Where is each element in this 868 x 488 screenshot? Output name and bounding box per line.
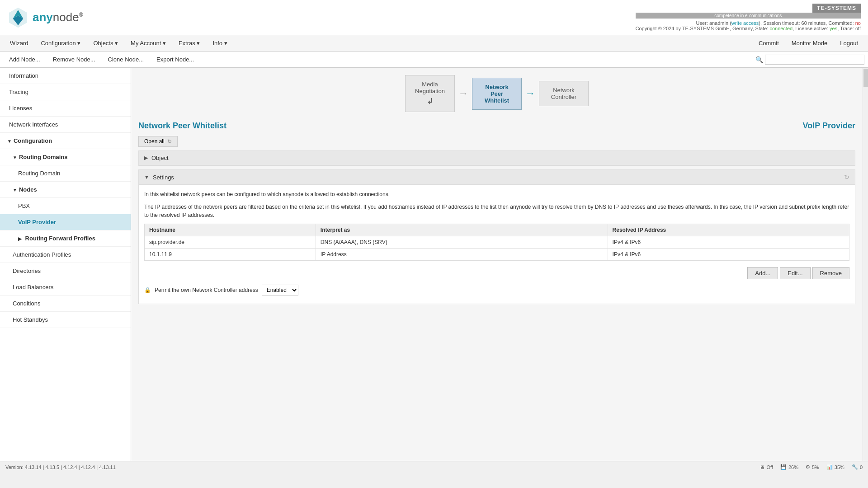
hostname-1: sip.provider.de [145, 236, 316, 249]
logo: anynode® [7, 7, 83, 28]
stat-cpu: ⚙ 5% [806, 464, 819, 470]
navbar: Wizard Configuration ▾ Objects ▾ My Acco… [0, 35, 868, 52]
toolbar: Add Node... Remove Node... Clone Node...… [0, 52, 868, 68]
session-info: User: anadmin (write access), Session ti… [636, 20, 861, 26]
resolved-1: IPv4 & IPv6 [608, 236, 849, 249]
section-title-row: Network Peer Whitelist VoIP Provider [138, 121, 855, 131]
routing-domains-arrow: ▼ [13, 155, 17, 160]
arrow-1: → [455, 88, 472, 99]
scroll-thumb[interactable] [863, 69, 868, 87]
settings-panel-arrow: ▼ [144, 174, 149, 180]
col-interpret: Interpret as [316, 224, 608, 236]
sidebar-item-licenses[interactable]: Licenses [0, 100, 131, 117]
sidebar: Information Tracing Licenses Network Int… [0, 68, 131, 461]
settings-panel-title: Settings [153, 174, 174, 181]
footer: Version: 4.13.14 | 4.13.5 | 4.12.4 | 4.1… [0, 461, 868, 473]
alerts-icon: 🔧 [852, 464, 858, 470]
settings-panel: ▼ Settings ↻ In this whitelist network p… [138, 169, 855, 304]
sidebar-item-pbx[interactable]: PBX [0, 198, 131, 214]
nav-objects[interactable]: Objects ▾ [87, 35, 124, 51]
sidebar-item-load-balancers[interactable]: Load Balancers [0, 279, 131, 296]
open-all-button[interactable]: Open all ↻ [138, 136, 178, 147]
footer-stats: 🖥 Off 💾 26% ⚙ 5% 📊 35% 🔧 0 [760, 464, 863, 470]
alerts-value: 0 [860, 465, 863, 470]
sidebar-item-authentication-profiles[interactable]: Authentication Profiles [0, 247, 131, 263]
section-provider: VoIP Provider [803, 121, 855, 131]
add-node-button[interactable]: Add Node... [4, 54, 46, 65]
network-icon: 📊 [826, 464, 833, 470]
sidebar-section-routing-forward-profiles[interactable]: ▶ Routing Forward Profiles [0, 230, 131, 247]
settings-desc-2: The IP addresses of the network peers ar… [144, 203, 849, 219]
memory-value: 26% [788, 465, 798, 470]
sidebar-item-hot-standbys[interactable]: Hot Standbys [0, 312, 131, 328]
stat-network: 📊 35% [826, 464, 844, 470]
header-right: TE-SYSTEMS competence in e-communication… [636, 4, 861, 31]
nav-info[interactable]: Info ▾ [206, 35, 233, 51]
hostname-2: 10.1.11.9 [145, 249, 316, 261]
permit-select[interactable]: Enabled Disabled [262, 285, 298, 296]
section-title: Network Peer Whitelist [138, 121, 226, 131]
wizard-step-network-controller[interactable]: NetworkController [539, 81, 589, 106]
col-hostname: Hostname [145, 224, 316, 236]
sidebar-section-nodes[interactable]: ▼Nodes [0, 182, 131, 198]
sidebar-item-voip-provider[interactable]: VoIP Provider [0, 214, 131, 230]
right-scrollbar [863, 68, 868, 461]
header: anynode® TE-SYSTEMS competence in e-comm… [0, 0, 868, 35]
settings-panel-header[interactable]: ▼ Settings ↻ [139, 170, 855, 185]
nav-monitor-mode[interactable]: Monitor Mode [785, 35, 834, 51]
nav-commit[interactable]: Commit [752, 35, 785, 51]
nav-right: Commit Monitor Mode Logout [752, 35, 864, 51]
object-panel-arrow: ▶ [144, 155, 148, 161]
export-node-button[interactable]: Export Node... [151, 54, 199, 65]
permit-row: 🔒 Permit the own Network Controller addr… [144, 282, 849, 298]
sidebar-item-information[interactable]: Information [0, 68, 131, 84]
clone-node-button[interactable]: Clone Node... [103, 54, 150, 65]
stat-display: 🖥 Off [760, 465, 773, 470]
sidebar-item-tracing[interactable]: Tracing [0, 84, 131, 100]
cpu-icon: ⚙ [806, 464, 810, 470]
interpret-2: IP Address [316, 249, 608, 261]
resolved-2: IPv4 & IPv6 [608, 249, 849, 261]
object-panel-header[interactable]: ▶ Object [139, 151, 855, 165]
open-all-row: Open all ↻ [138, 136, 855, 147]
nav-my-account[interactable]: My Account ▾ [124, 35, 172, 51]
network-value: 35% [835, 465, 844, 470]
wizard-step-media-negotiation[interactable]: MediaNegotiation ↲ [405, 75, 455, 112]
wizard-steps: MediaNegotiation ↲ → NetworkPeerWhitelis… [138, 75, 855, 112]
settings-panel-body: In this whitelist network peers can be c… [139, 185, 855, 304]
search-icon: 🔍 [755, 56, 763, 63]
remove-button[interactable]: Remove [812, 267, 849, 279]
col-resolved: Resolved IP Address [608, 224, 849, 236]
search-input[interactable] [765, 55, 864, 65]
arrow-2: → [522, 88, 539, 99]
table-row[interactable]: 10.1.11.9 IP Address IPv4 & IPv6 [145, 249, 849, 261]
interpret-1: DNS (A/AAAA), DNS (SRV) [316, 236, 608, 249]
sidebar-item-network-interfaces[interactable]: Network Interfaces [0, 117, 131, 133]
lock-icon: 🔒 [144, 287, 151, 293]
remove-node-button[interactable]: Remove Node... [47, 54, 101, 65]
sidebar-section-configuration[interactable]: ▼Configuration [0, 133, 131, 149]
object-panel: ▶ Object [138, 150, 855, 166]
edit-button[interactable]: Edit... [780, 267, 810, 279]
nav-logout[interactable]: Logout [834, 35, 864, 51]
refresh-icon: ↻ [167, 138, 172, 145]
stat-memory: 💾 26% [780, 464, 798, 470]
sidebar-item-routing-domain[interactable]: Routing Domain [0, 165, 131, 182]
sidebar-item-directories[interactable]: Directories [0, 263, 131, 279]
nav-extras[interactable]: Extras ▾ [172, 35, 206, 51]
nodes-arrow: ▼ [13, 188, 17, 192]
stat-alerts: 🔧 0 [852, 464, 863, 470]
anynode-logo-icon [7, 7, 29, 28]
add-button[interactable]: Add... [747, 267, 778, 279]
main: Information Tracing Licenses Network Int… [0, 68, 868, 461]
settings-desc-1: In this whitelist network peers can be c… [144, 190, 849, 198]
nav-wizard[interactable]: Wizard [4, 35, 34, 51]
routing-forward-arrow: ▶ [18, 236, 22, 241]
media-neg-icon: ↲ [415, 96, 445, 106]
sidebar-item-conditions[interactable]: Conditions [0, 296, 131, 312]
sidebar-section-routing-domains[interactable]: ▼Routing Domains [0, 149, 131, 165]
content-area: MediaNegotiation ↲ → NetworkPeerWhitelis… [131, 68, 863, 461]
wizard-step-network-peer-whitelist[interactable]: NetworkPeerWhitelist [472, 78, 522, 110]
nav-configuration[interactable]: Configuration ▾ [34, 35, 87, 51]
table-row[interactable]: sip.provider.de DNS (A/AAAA), DNS (SRV) … [145, 236, 849, 249]
